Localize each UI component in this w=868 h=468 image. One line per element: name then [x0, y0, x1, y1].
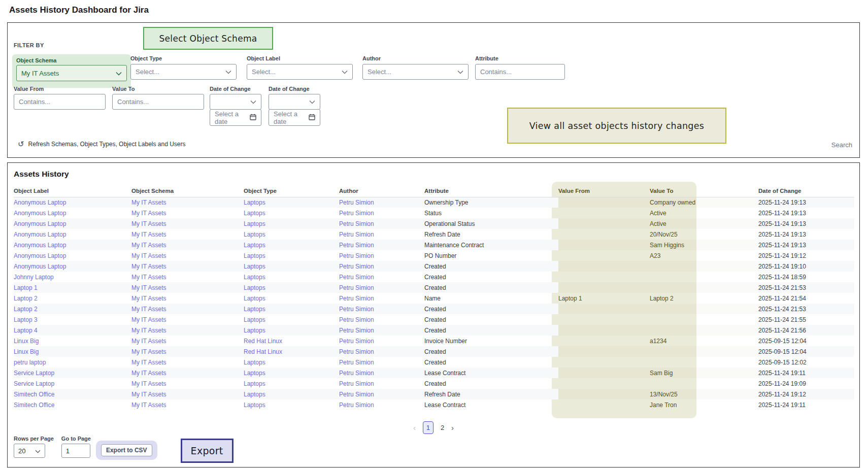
- author-cell-link[interactable]: Petru Simion: [339, 327, 374, 334]
- object-type-select[interactable]: Select...: [130, 64, 237, 80]
- object-label-cell-link[interactable]: Laptop 2: [14, 306, 38, 313]
- object-type-cell-link[interactable]: Red Hat Linux: [244, 348, 282, 355]
- object-type-cell-link[interactable]: Laptops: [244, 306, 265, 313]
- author-cell-link[interactable]: Petru Simion: [339, 402, 374, 409]
- object-schema-cell-link[interactable]: My IT Assets: [131, 402, 166, 409]
- object-label-cell-link[interactable]: Anonymous Laptop: [14, 199, 66, 206]
- author-cell-link[interactable]: Petru Simion: [339, 359, 374, 366]
- object-type-cell-link[interactable]: Laptops: [244, 210, 265, 217]
- author-cell-link[interactable]: Petru Simion: [339, 263, 374, 270]
- refresh-schemas-button[interactable]: ↺ Refresh Schemas, Object Types, Object …: [18, 141, 186, 148]
- date-to-picker[interactable]: Select a date: [269, 109, 320, 126]
- object-schema-select[interactable]: My IT Assets: [16, 65, 127, 81]
- object-label-cell-link[interactable]: Laptop 2: [14, 295, 38, 302]
- object-schema-cell-link[interactable]: My IT Assets: [131, 284, 166, 291]
- object-label-cell-link[interactable]: Anonymous Laptop: [14, 242, 66, 249]
- date-from-picker[interactable]: Select a date: [210, 109, 261, 126]
- object-type-cell-link[interactable]: Laptops: [244, 284, 265, 291]
- object-type-cell-link[interactable]: Laptops: [244, 231, 265, 238]
- next-page-button[interactable]: ›: [451, 423, 454, 432]
- object-label-cell-link[interactable]: Anonymous Laptop: [14, 263, 66, 270]
- go-to-page-input[interactable]: [61, 444, 90, 458]
- previous-page-button[interactable]: ‹: [413, 423, 416, 432]
- author-cell-link[interactable]: Petru Simion: [339, 370, 374, 377]
- object-label-cell-link[interactable]: Service Laptop: [14, 370, 54, 377]
- object-label-select[interactable]: Select...: [247, 64, 353, 80]
- object-label-cell-link[interactable]: Simitech Office: [14, 402, 54, 409]
- object-type-cell-link[interactable]: Laptops: [244, 274, 265, 281]
- author-cell-link[interactable]: Petru Simion: [339, 210, 374, 217]
- page-1-button[interactable]: 1: [423, 421, 433, 434]
- author-cell-link[interactable]: Petru Simion: [339, 348, 374, 355]
- export-to-csv-button[interactable]: Export to CSV: [101, 444, 152, 456]
- object-label-cell-link[interactable]: Laptop 1: [14, 284, 38, 291]
- object-label-cell-link[interactable]: Johnny Laptop: [14, 274, 54, 281]
- object-type-cell-link[interactable]: Laptops: [244, 316, 265, 323]
- object-schema-cell-link[interactable]: My IT Assets: [131, 263, 166, 270]
- page-2-button[interactable]: 2: [441, 424, 444, 431]
- object-type-cell-link[interactable]: Laptops: [244, 252, 265, 259]
- object-label-cell-link[interactable]: Anonymous Laptop: [14, 210, 66, 217]
- object-schema-cell-link[interactable]: My IT Assets: [131, 252, 166, 259]
- author-cell-link[interactable]: Petru Simion: [339, 199, 374, 206]
- object-type-cell-link[interactable]: Laptops: [244, 380, 265, 387]
- author-select[interactable]: Select...: [362, 64, 469, 80]
- object-schema-cell-link[interactable]: My IT Assets: [131, 199, 166, 206]
- object-schema-cell-link[interactable]: My IT Assets: [131, 370, 166, 377]
- object-label-cell-link[interactable]: Simitech Office: [14, 391, 54, 398]
- object-label-cell-link[interactable]: Anonymous Laptop: [14, 252, 66, 259]
- object-type-cell-link[interactable]: Laptops: [244, 402, 265, 409]
- object-type-cell-link[interactable]: Laptops: [244, 359, 265, 366]
- object-schema-cell-link[interactable]: My IT Assets: [131, 242, 166, 249]
- object-schema-cell-link[interactable]: My IT Assets: [131, 306, 166, 313]
- rows-per-page-select[interactable]: 20: [14, 444, 45, 458]
- object-label-cell-link[interactable]: petru laptop: [14, 359, 46, 366]
- object-schema-cell-link[interactable]: My IT Assets: [131, 380, 166, 387]
- object-schema-cell-link[interactable]: My IT Assets: [131, 359, 166, 366]
- object-label-cell-link[interactable]: Anonymous Laptop: [14, 231, 66, 238]
- object-schema-cell-link[interactable]: My IT Assets: [131, 391, 166, 398]
- object-label-cell-link[interactable]: Anonymous Laptop: [14, 220, 66, 227]
- object-label-cell-link[interactable]: Linux Big: [14, 348, 39, 355]
- object-type-cell-link[interactable]: Laptops: [244, 199, 265, 206]
- object-schema-cell-link[interactable]: My IT Assets: [131, 274, 166, 281]
- date-of-change-from-select[interactable]: [210, 94, 261, 110]
- object-type-cell-link[interactable]: Laptops: [244, 263, 265, 270]
- object-schema-cell-link[interactable]: My IT Assets: [131, 220, 166, 227]
- object-type-cell-link[interactable]: Laptops: [244, 295, 265, 302]
- author-cell-link[interactable]: Petru Simion: [339, 231, 374, 238]
- object-type-cell-link[interactable]: Laptops: [244, 242, 265, 249]
- object-schema-cell-link[interactable]: My IT Assets: [131, 348, 166, 355]
- author-cell-link[interactable]: Petru Simion: [339, 242, 374, 249]
- author-cell-link[interactable]: Petru Simion: [339, 338, 374, 345]
- author-cell-link[interactable]: Petru Simion: [339, 295, 374, 302]
- author-cell-link[interactable]: Petru Simion: [339, 380, 374, 387]
- author-cell-link[interactable]: Petru Simion: [339, 284, 374, 291]
- author-cell-link[interactable]: Petru Simion: [339, 220, 374, 227]
- value-from-input[interactable]: [14, 94, 106, 110]
- object-type-cell-link[interactable]: Laptops: [244, 220, 265, 227]
- object-type-cell-link[interactable]: Laptops: [244, 370, 265, 377]
- object-type-cell-link[interactable]: Laptops: [244, 327, 265, 334]
- author-cell-link[interactable]: Petru Simion: [339, 316, 374, 323]
- attribute-input[interactable]: [475, 64, 565, 80]
- object-type-cell-link[interactable]: Laptops: [244, 391, 265, 398]
- author-cell-link[interactable]: Petru Simion: [339, 391, 374, 398]
- author-cell-link[interactable]: Petru Simion: [339, 306, 374, 313]
- object-label-cell-link[interactable]: Linux Big: [14, 338, 39, 345]
- object-label-cell-link[interactable]: Service Laptop: [14, 380, 54, 387]
- object-type-cell-link[interactable]: Red Hat Linux: [244, 338, 282, 345]
- object-label-cell-link[interactable]: Laptop 3: [14, 316, 38, 323]
- date-of-change-to-select[interactable]: [269, 94, 320, 110]
- search-button[interactable]: Search: [831, 141, 852, 149]
- object-label-cell-link[interactable]: Laptop 4: [14, 327, 38, 334]
- value-to-input[interactable]: [112, 94, 204, 110]
- object-schema-cell-link[interactable]: My IT Assets: [131, 338, 166, 345]
- author-cell-link[interactable]: Petru Simion: [339, 252, 374, 259]
- object-schema-cell-link[interactable]: My IT Assets: [131, 210, 166, 217]
- object-schema-cell-link[interactable]: My IT Assets: [131, 327, 166, 334]
- object-schema-cell-link[interactable]: My IT Assets: [131, 231, 166, 238]
- author-cell-link[interactable]: Petru Simion: [339, 274, 374, 281]
- object-schema-cell-link[interactable]: My IT Assets: [131, 295, 166, 302]
- object-schema-cell-link[interactable]: My IT Assets: [131, 316, 166, 323]
